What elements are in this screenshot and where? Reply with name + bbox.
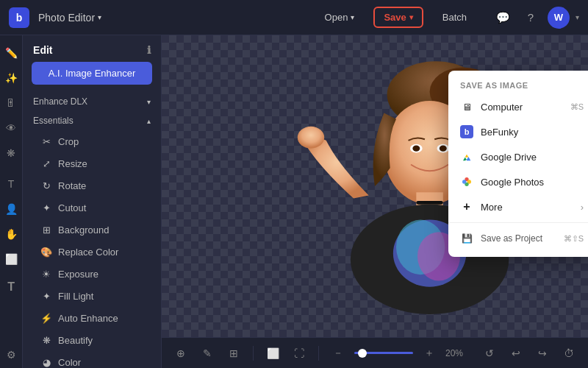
enhance-dlx-label: Enhance DLX [33,96,87,107]
settings-rail-icon[interactable]: ⚙ [1,344,21,365]
more-icon: + [460,200,473,213]
icon-rail: ✏️ ✨ 🎚 👁 ❋ T 👤 ✋ ⬜ T ⚙ [0,35,23,368]
open-button[interactable]: Open ▾ [315,7,365,27]
tool-item-rotate[interactable]: ↻ Rotate [23,174,161,197]
people-rail-icon[interactable]: 👤 [1,199,21,219]
tool-item-fill-light[interactable]: ✦ Fill Light [23,285,161,307]
tool-item-beautify[interactable]: ❋ Beautify [23,329,161,351]
color-label: Color [58,357,81,368]
refresh-button[interactable]: ↺ [479,343,500,364]
tool-item-background[interactable]: ⊞ Background [23,219,161,241]
befunky-label: BeFunky [481,127,518,138]
gphotos-label: Google Photos [481,177,544,188]
svg-point-13 [440,145,447,151]
rotate-label: Rotate [58,180,86,191]
tool-item-crop[interactable]: ✂ Crop [23,130,161,152]
tool-item-cutout[interactable]: ✦ Cutout [23,197,161,219]
color-icon: ◕ [40,356,52,368]
dropdown-divider [448,222,588,223]
save-label: Save [384,12,406,23]
crop-label: Crop [58,136,79,147]
text-rail-icon[interactable]: T [1,174,21,194]
tool-item-resize[interactable]: ⤢ Resize [23,152,161,174]
redo-button[interactable]: ↪ [532,343,553,364]
sidebar: Edit ℹ A.I. Image Enhancer Enhance DLX ▾… [23,35,162,368]
sticker-rail-icon[interactable]: ❋ [1,143,21,163]
save-more-item[interactable]: + More › [448,194,588,219]
text2-rail-icon[interactable]: T [1,277,21,297]
help-icon-button[interactable]: ? [520,7,542,29]
save-chevron-icon: ▾ [409,13,413,21]
save-dropdown: Save as Image 🖥 Computer ⌘S b BeFunky Go… [448,71,588,257]
essentials-section[interactable]: Essentials ▴ [23,111,161,130]
app-title-chevron: ▾ [98,13,101,21]
sidebar-edit-label: Edit [33,44,52,56]
cutout-label: Cutout [58,202,86,213]
computer-icon: 🖥 [460,100,473,113]
app-title: Photo Editor ▾ [38,12,101,24]
effects-rail-icon[interactable]: ✨ [1,68,21,88]
toolbar-divider-1 [253,346,254,361]
beautify-label: Beautify [58,335,93,346]
touch-rail-icon[interactable]: ✋ [1,224,21,244]
tool-item-auto-enhance[interactable]: ⚡ Auto Enhance [23,307,161,329]
project-label: Save as Project [481,233,542,244]
adjust-rail-icon[interactable]: 🎚 [1,93,21,113]
crop-icon: ✂ [40,135,52,147]
replace-color-icon: 🎨 [40,246,52,258]
enhance-dlx-section[interactable]: Enhance DLX ▾ [23,92,161,111]
essentials-chevron: ▴ [147,117,151,125]
tool-item-exposure[interactable]: ☀ Exposure [23,263,161,285]
chat-icon-button[interactable]: 💬 [492,7,514,29]
zoom-slider[interactable] [354,352,413,354]
exposure-icon: ☀ [40,268,52,280]
fill-light-icon: ✦ [40,290,52,302]
project-icon: 💾 [460,232,473,245]
app-logo: b [9,7,29,28]
grid-button[interactable]: ⊞ [223,343,244,364]
replace-color-label: Replace Color [58,247,118,258]
crop-tool-button[interactable]: ⬜ [262,343,283,364]
cutout-icon: ✦ [40,202,52,213]
zoom-in-button[interactable]: ＋ [419,343,440,364]
save-project-item[interactable]: 💾 Save as Project ⌘⇧S [448,226,588,251]
resize-label: Resize [58,158,87,169]
gdrive-label: Google Drive [481,152,537,163]
batch-label: Batch [442,12,467,23]
tool-item-replace-color[interactable]: 🎨 Replace Color [23,241,161,263]
pencil-button[interactable]: ✎ [197,343,218,364]
sidebar-header: Edit ℹ [23,35,161,62]
more-label: More [481,202,503,213]
history-button[interactable]: ⏱ [559,343,579,364]
computer-shortcut: ⌘S [570,102,584,112]
auto-enhance-icon: ⚡ [40,312,52,324]
fill-light-label: Fill Light [58,291,93,302]
save-befunky-item[interactable]: b BeFunky [448,119,588,144]
layers-button[interactable]: ⊕ [171,343,191,364]
save-button[interactable]: Save ▾ [373,7,423,28]
frame-rail-icon[interactable]: ⬜ [1,249,21,269]
save-gphotos-item[interactable]: Google Photos [448,169,588,194]
edit-rail-icon[interactable]: ✏️ [1,43,21,63]
zoom-label: 20% [445,348,467,358]
info-icon: ℹ [147,44,151,56]
topbar: b Photo Editor ▾ Open ▾ Save ▾ Batch 💬 ?… [0,0,588,35]
save-computer-item[interactable]: 🖥 Computer ⌘S [448,94,588,119]
open-chevron-icon: ▾ [351,13,354,21]
svg-point-18 [462,180,466,183]
ai-enhance-button[interactable]: A.I. Image Enhancer [32,62,152,85]
svg-point-11 [412,145,420,151]
save-gdrive-item[interactable]: Google Drive [448,144,588,169]
batch-button[interactable]: Batch [432,7,477,27]
beautify-icon: ❋ [40,334,52,346]
eye-rail-icon[interactable]: 👁 [1,118,21,138]
gdrive-icon [460,150,473,163]
fullscreen-button[interactable]: ⛶ [289,343,309,364]
undo-button[interactable]: ↩ [506,343,526,364]
zoom-out-button[interactable]: － [328,343,348,364]
open-label: Open [325,12,348,23]
canvas-toolbar: ⊕ ✎ ⊞ ⬜ ⛶ － ＋ 20% ↺ ↩ ↪ ⏱ [162,337,588,368]
user-avatar-button[interactable]: W [548,7,570,29]
dropdown-title: Save as Image [448,77,588,94]
tool-item-color[interactable]: ◕ Color [23,351,161,368]
